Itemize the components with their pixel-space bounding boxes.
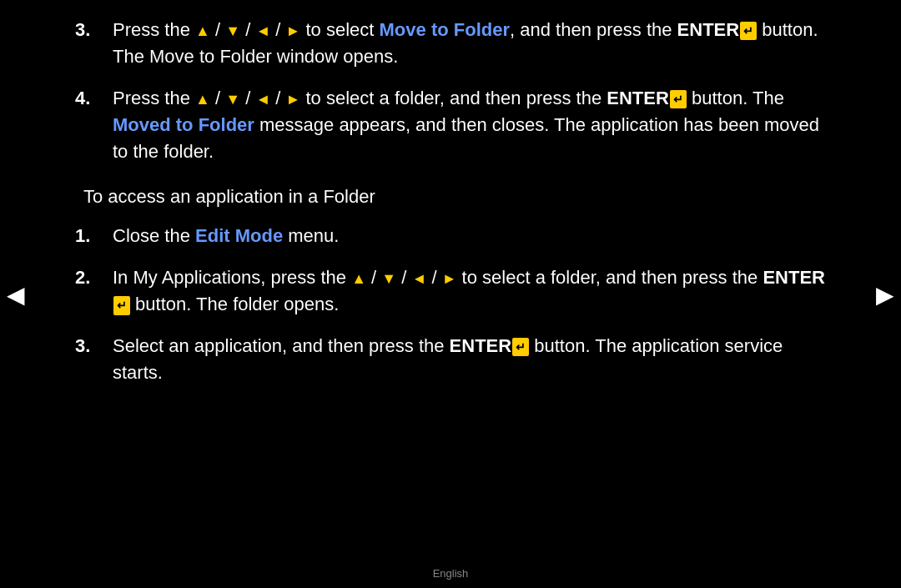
right-nav-arrow[interactable]: ▶ <box>876 280 894 308</box>
step-text: Press the ▲ / ▼ / ◄ / ► to select a fold… <box>113 85 826 165</box>
step-number: 1. <box>75 223 113 249</box>
left-nav-arrow[interactable]: ◀ <box>7 280 25 308</box>
arrow-right-icon: ► <box>442 270 457 287</box>
step-number: 3. <box>75 17 113 43</box>
enter-label: ENTER <box>607 88 669 108</box>
footer-language: English <box>433 567 469 580</box>
arrow-up-icon: ▲ <box>195 23 210 39</box>
arrow-left-icon: ◄ <box>255 91 270 108</box>
moved-to-folder-link: Moved to Folder <box>113 114 254 135</box>
enter-icon: ↵ <box>113 296 130 314</box>
step-text: In My Applications, press the ▲ / ▼ / ◄ … <box>113 264 826 318</box>
enter-label: ENTER <box>450 335 512 356</box>
enter-icon: ↵ <box>670 90 687 108</box>
section-intro: To access an application in a Folder <box>75 186 826 208</box>
arrow-left-icon: ◄ <box>255 23 270 39</box>
arrow-down-icon: ▼ <box>225 23 240 39</box>
arrow-right-icon: ► <box>286 91 301 108</box>
arrow-right-icon: ► <box>286 23 301 39</box>
enter-label: ENTER <box>677 19 740 40</box>
enter-icon: ↵ <box>740 22 757 40</box>
arrow-up-icon: ▲ <box>351 270 366 287</box>
arrow-up-icon: ▲ <box>195 91 210 108</box>
step-text: Select an application, and then press th… <box>113 333 826 386</box>
arrow-left-icon: ◄ <box>411 270 426 287</box>
move-to-folder-link: Move to Folder <box>380 19 510 40</box>
arrow-down-icon: ▼ <box>225 91 240 108</box>
content-area: 3. Press the ▲ / ▼ / ◄ / ► to select Mov… <box>50 0 851 563</box>
step-text: Press the ▲ / ▼ / ◄ / ► to select Move t… <box>113 17 826 70</box>
step-item-2-second: 2. In My Applications, press the ▲ / ▼ /… <box>75 264 826 318</box>
step-text: Close the Edit Mode menu. <box>113 223 826 249</box>
arrow-down-icon: ▼ <box>381 270 396 287</box>
step-item-3-second: 3. Select an application, and then press… <box>75 333 826 386</box>
step-number: 3. <box>75 333 113 359</box>
step-number: 4. <box>75 85 113 112</box>
enter-icon: ↵ <box>512 338 529 356</box>
enter-label: ENTER <box>763 267 825 288</box>
step-item-3-first: 3. Press the ▲ / ▼ / ◄ / ► to select Mov… <box>75 17 826 70</box>
step-number: 2. <box>75 264 113 291</box>
step-item-4: 4. Press the ▲ / ▼ / ◄ / ► to select a f… <box>75 85 826 165</box>
edit-mode-link: Edit Mode <box>195 225 283 246</box>
step-item-1-second: 1. Close the Edit Mode menu. <box>75 223 826 249</box>
